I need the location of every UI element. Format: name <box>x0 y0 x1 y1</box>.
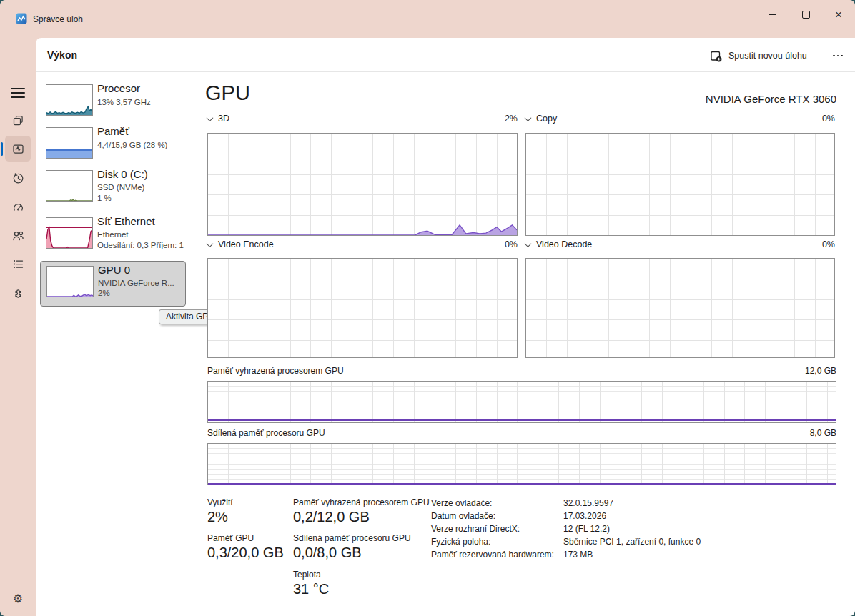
chart-label: Video Decode <box>536 239 592 249</box>
detail-driver-date-label: Datum ovladače: <box>431 511 495 521</box>
sidebar-item-line: NVIDIA GeForce R... <box>98 279 174 287</box>
menu-toggle-button[interactable] <box>11 88 25 98</box>
stat-shared-memory-label: Sdílená paměť procesoru GPU <box>293 533 411 543</box>
chart-value: 0% <box>822 114 835 124</box>
toolbar-separator <box>821 47 821 64</box>
chart-video-encode <box>207 258 518 358</box>
sidebar-item-line: Odesílání: 0,3 Příjem: 15 <box>97 241 184 249</box>
ethernet-scale-line <box>46 227 92 228</box>
cpu-mini-chart <box>46 84 93 116</box>
detail-directx-label: Verze rozhraní DirectX: <box>431 524 520 534</box>
nav-app-history[interactable] <box>5 165 31 191</box>
run-new-task-label: Spustit novou úlohu <box>728 51 807 61</box>
minimize-icon <box>769 14 776 15</box>
more-options-icon <box>837 55 839 57</box>
sidebar-item-line: SSD (NVMe) <box>97 183 144 192</box>
maximize-button[interactable] <box>789 0 822 29</box>
close-icon: × <box>835 9 842 21</box>
dedicated-memory-header: Paměť vyhrazená procesorem GPU 12,0 GB <box>207 366 836 376</box>
minimize-button[interactable] <box>756 0 789 29</box>
sidebar-item-gpu[interactable]: GPU 0 NVIDIA GeForce R... 2% <box>40 261 186 307</box>
close-button[interactable]: × <box>822 0 855 29</box>
chart-header-video-encode: Video Encode 0% <box>207 239 518 249</box>
nav-startup-apps[interactable] <box>5 194 31 219</box>
disk-mini-chart <box>46 170 93 202</box>
run-new-task-button[interactable]: Spustit novou úlohu <box>704 45 813 66</box>
stat-gpu-memory-label: Paměť GPU <box>207 533 254 543</box>
chart-dedicated-memory <box>207 381 836 423</box>
chart-header-video-decode: Video Decode 0% <box>525 239 835 249</box>
settings-button[interactable]: ⚙ <box>5 585 31 611</box>
nav-processes[interactable] <box>5 107 31 133</box>
sidebar-item-line: 2% <box>98 289 110 297</box>
chart-max-value: 12,0 GB <box>805 366 836 376</box>
sidebar-item-title: Paměť <box>97 125 129 137</box>
chart-shared-memory <box>207 443 836 485</box>
nav-performance[interactable] <box>5 136 31 162</box>
sidebar-item-line: 13% 3,57 GHz <box>97 98 151 106</box>
chart-label: Video Encode <box>218 239 274 249</box>
sidebar-item-title: Procesor <box>97 82 140 94</box>
task-manager-window: Správce úloh × <box>0 0 855 616</box>
header-divider <box>36 71 855 72</box>
window-title: Správce úloh <box>33 14 83 24</box>
more-options-icon <box>841 55 843 57</box>
titlebar[interactable]: Správce úloh × <box>0 0 855 38</box>
app-icon <box>16 13 27 24</box>
settings-gear-icon: ⚙ <box>13 592 23 605</box>
detail-directx-value: 12 (FL 12.2) <box>563 524 610 534</box>
chart-label: Sdílená paměť procesoru GPU <box>207 428 325 438</box>
more-options-button[interactable] <box>826 46 849 65</box>
users-icon <box>12 229 24 242</box>
chart-value: 2% <box>505 114 518 124</box>
selected-nav-indicator <box>1 142 3 156</box>
chart-copy <box>525 133 835 236</box>
sidebar-item-title: Síť Ethernet <box>97 215 155 227</box>
chart-video-decode <box>525 258 835 358</box>
gpu-mini-chart <box>46 266 94 297</box>
nav-services[interactable] <box>5 279 31 305</box>
chevron-down-icon[interactable] <box>525 240 532 247</box>
chevron-down-icon[interactable] <box>207 114 214 121</box>
dedicated-memory-usage-line <box>208 419 836 421</box>
sidebar-item-line: 4,4/15,9 GB (28 %) <box>97 141 167 149</box>
app-history-icon <box>12 172 24 184</box>
detail-driver-date-value: 17.03.2026 <box>563 511 606 521</box>
shared-memory-usage-line <box>208 483 836 485</box>
chart-label: Copy <box>536 114 557 124</box>
stat-utilization-label: Využití <box>207 497 233 507</box>
detail-driver-version-value: 32.0.15.9597 <box>563 498 613 508</box>
stat-dedicated-memory-label: Paměť vyhrazená procesorem GPU <box>293 497 430 507</box>
chart-header-3d: 3D 2% <box>207 114 518 124</box>
sidebar-item-title: GPU 0 <box>98 264 130 276</box>
stat-shared-memory-value: 0,0/8,0 GB <box>293 545 362 561</box>
page-title: Výkon <box>47 49 77 61</box>
stat-temperature-label: Teplota <box>293 570 321 580</box>
nav-details[interactable] <box>5 251 31 277</box>
chevron-down-icon[interactable] <box>207 240 214 247</box>
memory-mini-chart <box>46 127 93 159</box>
more-options-icon <box>833 55 835 57</box>
sidebar-item-line: 1 % <box>97 194 112 202</box>
chevron-down-icon[interactable] <box>525 114 532 121</box>
performance-icon <box>12 143 24 155</box>
gpu-device-name: NVIDIA GeForce RTX 3060 <box>565 93 836 105</box>
startup-apps-icon <box>12 201 24 213</box>
stat-utilization-value: 2% <box>207 509 228 525</box>
nav-users[interactable] <box>5 222 31 248</box>
sidebar-item-ethernet[interactable]: Síť Ethernet Ethernet Odesílání: 0,3 Pří… <box>40 213 186 259</box>
stat-dedicated-memory-value: 0,2/12,0 GB <box>293 509 370 525</box>
detail-reserved-memory-label: Paměť rezervovaná hardwarem: <box>431 550 554 560</box>
sidebar-item-cpu[interactable]: Procesor 13% 3,57 GHz <box>40 80 186 123</box>
chart-value: 0% <box>505 239 518 249</box>
maximize-icon <box>802 11 810 19</box>
detail-physical-location-label: Fyzická poloha: <box>431 537 490 547</box>
detail-driver-version-label: Verze ovladače: <box>431 498 492 508</box>
chart-label: 3D <box>218 114 229 124</box>
services-icon <box>12 287 24 299</box>
stat-temperature-value: 31 °C <box>293 581 329 597</box>
sidebar-item-disk[interactable]: Disk 0 (C:) SSD (NVMe) 1 % <box>40 166 186 212</box>
sidebar-item-memory[interactable]: Paměť 4,4/15,9 GB (28 %) <box>40 123 186 166</box>
new-task-icon <box>710 50 722 62</box>
gpu-page-title: GPU <box>205 81 250 105</box>
